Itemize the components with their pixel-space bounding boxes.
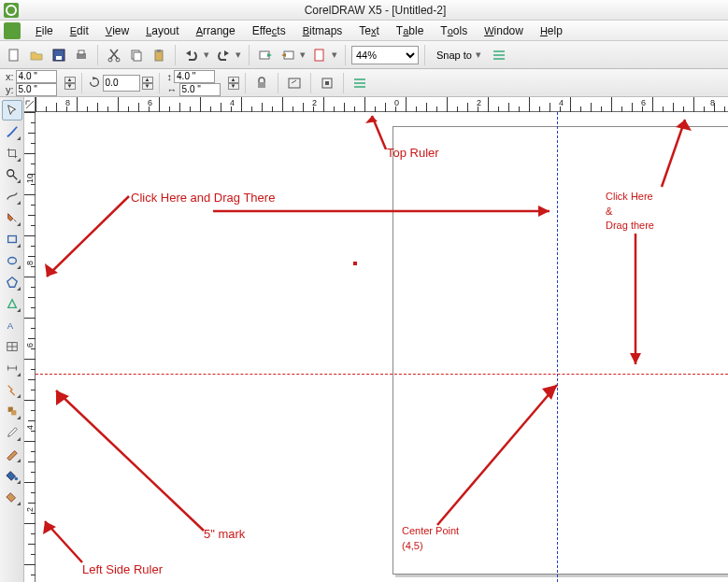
y-label: y: <box>6 84 14 95</box>
open-button[interactable] <box>26 45 47 65</box>
dimension-tool[interactable] <box>2 358 22 378</box>
publish-dropdown-icon[interactable]: ▾ <box>332 46 339 64</box>
vertical-ruler[interactable]: 108642 <box>24 112 36 582</box>
outline-tool[interactable] <box>2 444 22 464</box>
menu-effects[interactable]: Effects <box>245 22 293 39</box>
table-tool[interactable] <box>2 336 22 357</box>
menu-help[interactable]: Help <box>533 22 570 39</box>
svg-line-47 <box>45 521 82 562</box>
x-input[interactable] <box>16 70 57 83</box>
height-input[interactable] <box>179 83 221 96</box>
rotation-spinner[interactable]: ▲▼ <box>142 77 153 90</box>
redo-button[interactable] <box>213 45 234 65</box>
menu-file[interactable]: File <box>28 22 61 39</box>
svg-rect-4 <box>79 50 84 54</box>
svg-rect-22 <box>325 81 329 85</box>
export-button[interactable] <box>278 45 298 65</box>
svg-marker-36 <box>45 263 58 277</box>
fill-tool[interactable] <box>2 465 22 486</box>
save-button[interactable] <box>49 45 69 65</box>
rotation-input[interactable] <box>103 75 140 92</box>
undo-dropdown-icon[interactable]: ▾ <box>204 46 211 64</box>
zoom-tool[interactable] <box>2 164 22 185</box>
pick-tool[interactable] <box>2 100 22 121</box>
ruler-origin-icon[interactable] <box>24 97 36 112</box>
paste-button[interactable] <box>149 45 169 65</box>
export-dropdown-icon[interactable]: ▾ <box>300 46 307 64</box>
import-button[interactable] <box>255 45 276 65</box>
ellipse-tool[interactable] <box>2 250 22 271</box>
options-button[interactable] <box>489 45 509 65</box>
svg-line-35 <box>47 196 129 277</box>
connector-tool[interactable] <box>2 379 22 400</box>
publish-pdf-button[interactable] <box>309 45 330 65</box>
svg-rect-20 <box>289 78 300 88</box>
menu-arrange[interactable]: Arrange <box>189 22 243 39</box>
annotation-five-mark: 5" mark <box>204 527 245 542</box>
svg-line-33 <box>372 116 386 149</box>
snap-dropdown-icon[interactable]: ▾ <box>476 49 481 61</box>
annotation-click-drag-right: Click Here & Drag there <box>606 189 654 233</box>
menu-window[interactable]: Window <box>477 22 531 39</box>
wrap-button[interactable] <box>317 73 337 93</box>
property-bar: x: y: ▲▼ ▲▼ ↕ ↔ ▲▼ <box>0 69 728 97</box>
eyedropper-tool[interactable] <box>2 422 22 443</box>
size-group: ↕ ↔ <box>165 70 222 96</box>
svg-point-25 <box>7 258 16 264</box>
interactive-tool[interactable] <box>2 401 22 421</box>
new-button[interactable] <box>4 45 24 65</box>
redo-dropdown-icon[interactable]: ▾ <box>236 46 243 64</box>
svg-marker-27 <box>7 300 16 308</box>
crop-tool[interactable] <box>2 143 22 163</box>
lock-button[interactable] <box>251 73 272 93</box>
svg-marker-18 <box>93 76 96 79</box>
svg-rect-10 <box>157 50 161 52</box>
y-input[interactable] <box>16 83 57 96</box>
horizontal-guide[interactable] <box>36 374 728 375</box>
drawing-canvas[interactable]: Top Ruler Click Here and Drag There Clic… <box>36 112 728 582</box>
marker-dot <box>353 262 357 265</box>
vertical-guide[interactable] <box>557 112 558 582</box>
undo-button[interactable] <box>181 45 202 65</box>
app-icon[interactable] <box>4 22 21 39</box>
rotate-icon <box>88 76 101 91</box>
smart-fill-tool[interactable] <box>2 207 22 228</box>
cut-button[interactable] <box>104 45 124 65</box>
text-tool[interactable]: A <box>2 315 22 335</box>
annotation-click-drag-left: Click Here and Drag There <box>131 191 275 206</box>
standard-toolbar: ▾ ▾ ▾ ▾ 44% Snap to ▾ <box>0 41 728 69</box>
position-spinner[interactable]: ▲▼ <box>64 77 76 90</box>
zoom-level-select[interactable]: 44% <box>351 46 419 64</box>
horizontal-ruler[interactable]: 864202468 <box>36 97 728 112</box>
menu-layout[interactable]: Layout <box>138 22 186 39</box>
print-button[interactable] <box>71 45 92 65</box>
svg-marker-34 <box>365 116 378 123</box>
interactive-fill-tool[interactable] <box>2 487 22 507</box>
basic-shapes-tool[interactable] <box>2 293 22 314</box>
menu-text[interactable]: Text <box>351 22 387 39</box>
position-group: x: y: <box>4 70 59 96</box>
title-bar: CorelDRAW X5 - [Untitled-2] <box>0 0 728 21</box>
svg-rect-19 <box>258 82 265 88</box>
menu-table[interactable]: Table <box>389 22 431 39</box>
svg-marker-48 <box>43 521 56 534</box>
treat-as-filled-button[interactable] <box>284 73 305 93</box>
copy-button[interactable] <box>126 45 147 65</box>
svg-text:A: A <box>7 320 13 331</box>
svg-line-43 <box>56 390 204 531</box>
svg-rect-8 <box>134 52 141 61</box>
polygon-tool[interactable] <box>2 272 22 292</box>
menu-edit[interactable]: Edit <box>63 22 96 39</box>
misc-options-button[interactable] <box>350 73 370 93</box>
svg-marker-26 <box>7 277 17 288</box>
menu-bitmaps[interactable]: Bitmaps <box>295 22 350 39</box>
rectangle-tool[interactable] <box>2 229 22 249</box>
menu-tools[interactable]: Tools <box>433 22 475 39</box>
coreldraw-logo-icon <box>4 3 19 18</box>
freehand-tool[interactable] <box>2 186 22 206</box>
shape-tool[interactable] <box>2 121 22 142</box>
width-input[interactable] <box>174 70 215 83</box>
size-spinner[interactable]: ▲▼ <box>228 77 239 90</box>
menu-view[interactable]: View <box>98 22 136 39</box>
svg-rect-0 <box>9 50 18 61</box>
